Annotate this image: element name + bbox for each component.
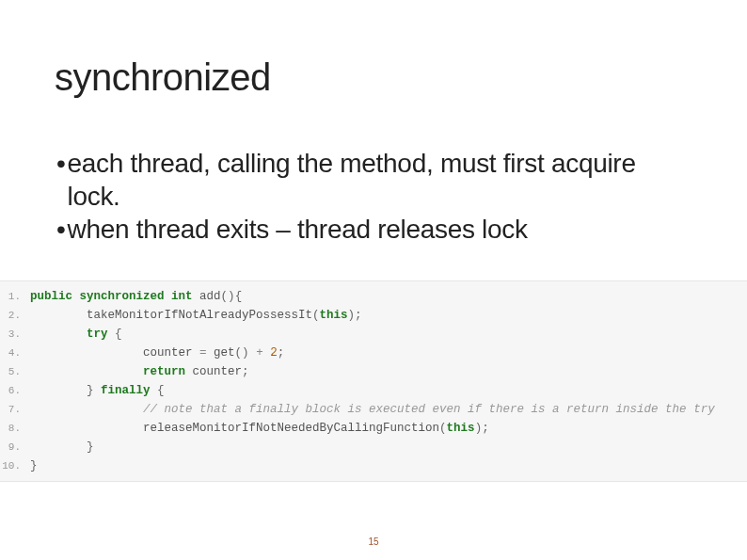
page-number: 15 — [0, 536, 747, 547]
code-content: public synchronized int add(){ — [26, 287, 747, 306]
code-line: 8. releaseMonitorIfNotNeededByCallingFun… — [0, 419, 747, 438]
bullet-text: each thread, calling the method, must fi… — [68, 147, 691, 213]
code-content: return counter; — [26, 362, 747, 381]
line-number: 6. — [0, 381, 26, 400]
code-content: } finally { — [26, 381, 747, 400]
code-content: takeMonitorIfNotAlreadyPossessIt(this); — [26, 306, 747, 325]
bullet-dot-icon: • — [56, 147, 66, 213]
line-number: 4. — [0, 344, 26, 362]
line-number: 2. — [0, 306, 26, 325]
bullet-text: when thread exits – thread releases lock — [68, 213, 691, 246]
code-line: 7. // note that a finally block is execu… — [0, 400, 747, 419]
bullet-dot-icon: • — [56, 213, 66, 246]
slide-title: synchronized — [55, 56, 271, 99]
code-line: 3. try { — [0, 325, 747, 344]
slide: synchronized • each thread, calling the … — [0, 0, 747, 560]
code-content: // note that a finally block is executed… — [26, 400, 747, 419]
line-number: 7. — [0, 400, 26, 419]
code-line: 4. counter = get() + 2; — [0, 344, 747, 362]
code-content: counter = get() + 2; — [26, 344, 747, 362]
line-number: 10. — [0, 456, 26, 475]
line-number: 1. — [0, 287, 26, 306]
line-number: 8. — [0, 419, 26, 438]
bullet-item: • each thread, calling the method, must … — [56, 147, 691, 213]
code-line: 2. takeMonitorIfNotAlreadyPossessIt(this… — [0, 306, 747, 325]
code-line: 1.public synchronized int add(){ — [0, 287, 747, 306]
line-number: 9. — [0, 438, 26, 456]
code-content: try { — [26, 325, 747, 344]
code-content: } — [26, 456, 747, 475]
code-content: releaseMonitorIfNotNeededByCallingFuncti… — [26, 419, 747, 438]
line-number: 3. — [0, 325, 26, 344]
code-content: } — [26, 438, 747, 456]
bullet-item: • when thread exits – thread releases lo… — [56, 213, 691, 246]
line-number: 5. — [0, 362, 26, 381]
code-block: 1.public synchronized int add(){2. takeM… — [0, 280, 747, 482]
code-line: 5. return counter; — [0, 362, 747, 381]
code-line: 10.} — [0, 456, 747, 475]
code-line: 9. } — [0, 438, 747, 456]
bullet-list: • each thread, calling the method, must … — [56, 147, 691, 246]
code-line: 6. } finally { — [0, 381, 747, 400]
